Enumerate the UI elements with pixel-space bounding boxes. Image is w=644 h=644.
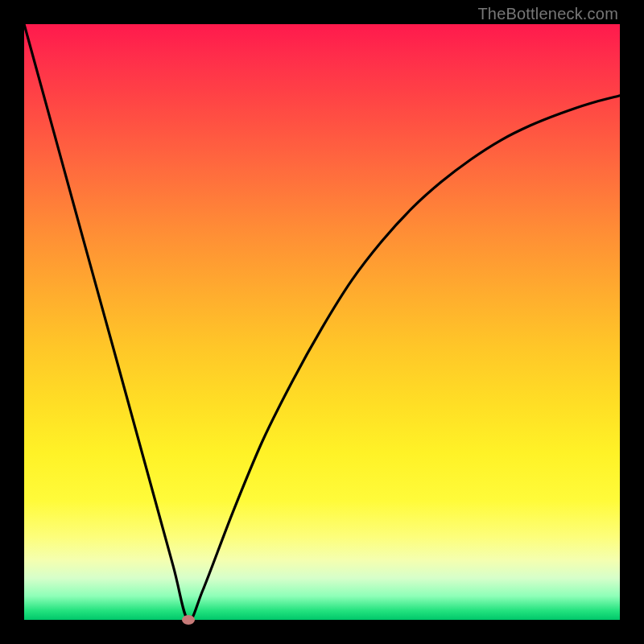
minimum-marker	[182, 615, 195, 625]
chart-frame: TheBottleneck.com	[0, 0, 644, 644]
plot-area	[24, 24, 620, 620]
watermark-text: TheBottleneck.com	[477, 5, 618, 23]
curve-svg	[24, 24, 620, 620]
bottleneck-curve	[24, 24, 620, 621]
